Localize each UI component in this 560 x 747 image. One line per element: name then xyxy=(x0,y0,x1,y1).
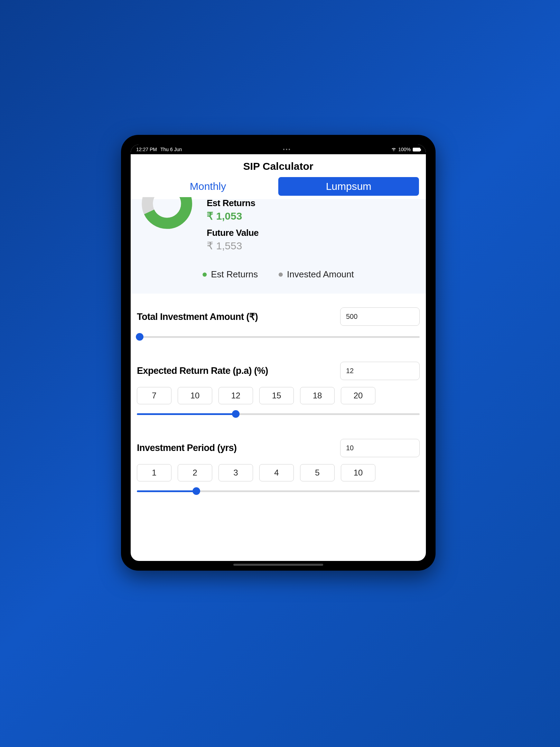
period-presets: 1 2 3 4 5 10 xyxy=(137,464,420,481)
investment-slider[interactable] xyxy=(137,333,420,341)
preset-p5[interactable]: 5 xyxy=(300,464,335,481)
donut-chart xyxy=(141,197,193,232)
period-block: Investment Period (yrs) 10 1 2 3 4 5 10 xyxy=(137,439,420,495)
return-rate-slider[interactable] xyxy=(137,410,420,418)
future-value-label: Future Value xyxy=(207,228,259,238)
screen: 12:27 PM Thu 6 Jun 100% SIP Calculator M… xyxy=(131,145,426,561)
legend-returns: Est Returns xyxy=(203,269,258,280)
status-time: 12:27 PM xyxy=(136,147,157,152)
preset-p2[interactable]: 2 xyxy=(178,464,212,481)
est-returns-value: ₹ 1,053 xyxy=(207,210,259,222)
status-battery-text: 100% xyxy=(398,147,411,152)
dot-green-icon xyxy=(203,273,207,277)
return-rate-presets: 7 10 12 15 18 20 xyxy=(137,387,420,404)
preset-p3[interactable]: 3 xyxy=(218,464,253,481)
svg-point-1 xyxy=(147,197,187,223)
tabs: Monthly Lumpsum xyxy=(131,177,426,199)
investment-block: Total Investment Amount (₹) 500 xyxy=(137,307,420,341)
est-returns-label: Est Returns xyxy=(207,198,259,209)
home-indicator[interactable] xyxy=(233,564,323,566)
preset-p1[interactable]: 1 xyxy=(137,464,171,481)
preset-p4[interactable]: 4 xyxy=(259,464,294,481)
controls: Total Investment Amount (₹) 500 Expected… xyxy=(131,294,426,502)
period-input[interactable]: 10 xyxy=(340,439,420,457)
wifi-icon xyxy=(391,148,396,151)
preset-15[interactable]: 15 xyxy=(259,387,294,404)
summary-card: Est Returns ₹ 1,053 Future Value ₹ 1,553… xyxy=(131,199,426,294)
investment-label: Total Investment Amount (₹) xyxy=(137,311,258,322)
page-title: SIP Calculator xyxy=(131,154,426,177)
preset-20[interactable]: 20 xyxy=(341,387,375,404)
preset-p10[interactable]: 10 xyxy=(341,464,375,481)
preset-18[interactable]: 18 xyxy=(300,387,335,404)
tab-lumpsum[interactable]: Lumpsum xyxy=(278,177,419,196)
legend-invested: Invested Amount xyxy=(279,269,354,280)
status-bar: 12:27 PM Thu 6 Jun 100% xyxy=(131,145,426,154)
investment-input[interactable]: 500 xyxy=(340,307,420,326)
preset-12[interactable]: 12 xyxy=(218,387,253,404)
battery-icon xyxy=(413,148,420,151)
preset-7[interactable]: 7 xyxy=(137,387,171,404)
chart-legend: Est Returns Invested Amount xyxy=(141,269,416,280)
future-value-amount: ₹ 1,553 xyxy=(207,240,259,252)
period-slider[interactable] xyxy=(137,487,420,495)
status-date: Thu 6 Jun xyxy=(160,147,182,152)
legend-invested-label: Invested Amount xyxy=(287,269,354,280)
legend-returns-label: Est Returns xyxy=(211,269,258,280)
tab-monthly[interactable]: Monthly xyxy=(138,177,278,196)
return-rate-label: Expected Return Rate (p.a) (%) xyxy=(137,366,268,376)
return-rate-input[interactable]: 12 xyxy=(340,362,420,380)
dot-gray-icon xyxy=(279,273,283,277)
period-label: Investment Period (yrs) xyxy=(137,443,237,453)
return-rate-block: Expected Return Rate (p.a) (%) 12 7 10 1… xyxy=(137,362,420,418)
tablet-frame: 12:27 PM Thu 6 Jun 100% SIP Calculator M… xyxy=(121,135,436,571)
preset-10[interactable]: 10 xyxy=(178,387,212,404)
status-dots xyxy=(283,149,290,150)
